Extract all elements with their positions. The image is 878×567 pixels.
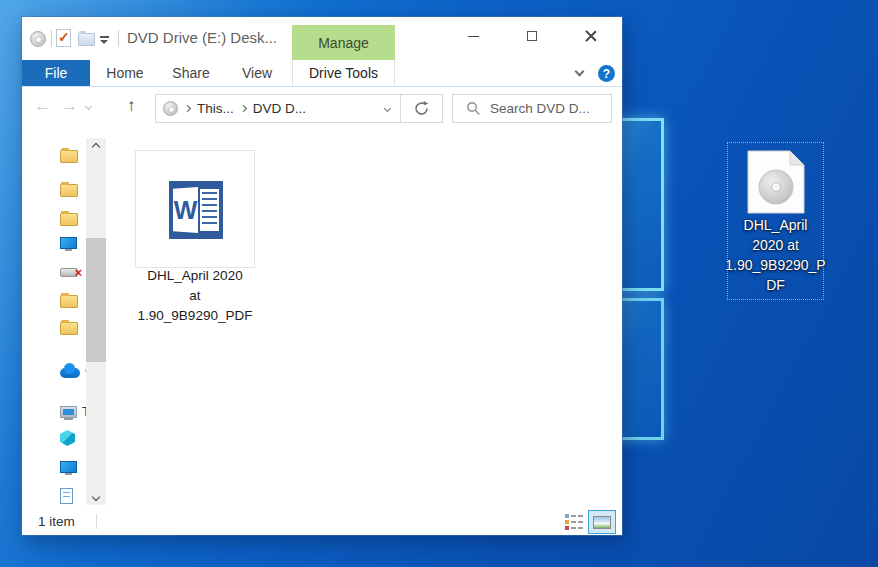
- sidebar-item[interactable]: [60, 237, 77, 249]
- qat-separator-2: [118, 30, 119, 47]
- tab-home[interactable]: Home: [94, 60, 156, 86]
- maximize-icon: [527, 31, 537, 41]
- contextual-tab-header: Manage: [292, 25, 395, 60]
- sidebar-item[interactable]: [60, 488, 73, 504]
- details-view-icon: [565, 514, 583, 530]
- desktop-file-icon[interactable]: DHL_April 2020 at 1.90_9B9290_P DF: [727, 142, 824, 300]
- maximize-button[interactable]: [509, 21, 555, 51]
- window-title: DVD Drive (E:) Desk...: [127, 29, 292, 46]
- close-icon: [585, 30, 597, 42]
- address-dropdown-chevron-icon[interactable]: [384, 105, 391, 112]
- word-letter: W: [174, 196, 198, 225]
- sidebar-item[interactable]: ×: [60, 268, 78, 277]
- recent-locations-chevron-icon[interactable]: [85, 103, 92, 110]
- details-view-button[interactable]: [562, 511, 586, 533]
- search-input[interactable]: [490, 101, 608, 116]
- tab-view[interactable]: View: [226, 60, 288, 86]
- folder-icon: [60, 184, 78, 197]
- breadcrumb-chevron-icon: [240, 105, 247, 112]
- tab-share[interactable]: Share: [158, 60, 224, 86]
- breadcrumb-this-pc[interactable]: This...: [197, 101, 234, 116]
- sidebar-item[interactable]: [60, 322, 78, 335]
- properties-check-icon[interactable]: ✓: [56, 29, 71, 47]
- tab-drive-tools[interactable]: Drive Tools: [292, 60, 395, 86]
- scroll-down-button[interactable]: [86, 488, 106, 505]
- sidebar-item[interactable]: [60, 461, 77, 473]
- disc-image-file-icon: [747, 150, 805, 214]
- this-pc-icon: [60, 406, 77, 418]
- item-count: 1 item: [38, 508, 75, 535]
- folder-icon: [60, 295, 78, 308]
- explorer-window: ✓ DVD Drive (E:) Desk... Manage File Hom…: [22, 17, 622, 535]
- folder-icon: [60, 322, 78, 335]
- folder-icon: [60, 150, 78, 163]
- ribbon-tabs-row: File Home Share View Drive Tools ?: [22, 60, 622, 87]
- close-button[interactable]: [568, 21, 614, 51]
- location-disc-icon: [163, 101, 178, 116]
- address-bar-row: ← → ↑ This... DVD D...: [22, 87, 622, 130]
- qat-separator: [51, 30, 52, 47]
- scroll-up-button[interactable]: [86, 138, 106, 155]
- disconnect-x-glyph: ×: [74, 266, 82, 279]
- app-disc-icon: [30, 31, 46, 47]
- check-glyph: ✓: [58, 29, 70, 45]
- sidebar-scrollbar[interactable]: [86, 138, 106, 505]
- disconnected-drive-icon: ×: [60, 268, 78, 277]
- minimize-icon: [468, 36, 479, 37]
- minimize-button[interactable]: [450, 21, 496, 51]
- forward-icon[interactable]: →: [61, 96, 78, 116]
- word-page-lines: [200, 189, 219, 231]
- file-item[interactable]: W: [135, 150, 255, 268]
- tab-file[interactable]: File: [22, 60, 90, 86]
- breadcrumb-dvd-drive[interactable]: DVD D...: [253, 101, 306, 116]
- sidebar-item[interactable]: [60, 295, 78, 308]
- new-folder-icon[interactable]: [78, 33, 95, 46]
- window-body: × C T W DHL_April 2020: [22, 130, 622, 508]
- breadcrumb-chevron-icon: [184, 105, 191, 112]
- sidebar-item[interactable]: [60, 184, 78, 197]
- sidebar-item[interactable]: [60, 150, 78, 163]
- search-box[interactable]: [452, 94, 612, 123]
- desktop: DHL_April 2020 at 1.90_9B9290_P DF ✓ DVD…: [0, 0, 878, 567]
- help-icon[interactable]: ?: [598, 65, 615, 82]
- collapse-ribbon-chevron-icon[interactable]: [575, 67, 585, 77]
- refresh-icon: [413, 100, 430, 117]
- sidebar-item[interactable]: [60, 213, 78, 226]
- 3d-objects-cube-icon: [60, 430, 75, 446]
- refresh-button[interactable]: [400, 94, 443, 123]
- folder-icon: [60, 213, 78, 226]
- onedrive-cloud-icon: [60, 368, 80, 378]
- breadcrumb[interactable]: This... DVD D...: [155, 94, 401, 123]
- chevron-down-icon: [92, 492, 100, 500]
- search-icon: [466, 101, 481, 116]
- chevron-up-icon: [92, 142, 100, 150]
- back-icon[interactable]: ←: [34, 96, 51, 116]
- scrollbar-thumb[interactable]: [86, 238, 106, 362]
- file-name-label: DHL_April 2020 at 1.90_9B9290_PDF: [115, 266, 275, 326]
- desktop-file-label: DHL_April 2020 at 1.90_9B9290_P DF: [720, 215, 831, 295]
- status-bar: 1 item: [22, 508, 622, 535]
- thumbnails-view-icon: [593, 516, 611, 529]
- status-separator: [96, 514, 97, 529]
- title-bar: ✓ DVD Drive (E:) Desk... Manage: [22, 17, 622, 60]
- documents-icon: [60, 488, 73, 504]
- word-document-icon: W: [169, 181, 223, 239]
- up-icon[interactable]: ↑: [127, 96, 136, 116]
- customize-caret-icon[interactable]: [100, 36, 109, 44]
- thumbnails-view-button[interactable]: [588, 510, 616, 534]
- sidebar-item[interactable]: [60, 430, 75, 446]
- desktop-monitor-icon: [60, 237, 77, 249]
- word-cover: W: [173, 187, 198, 233]
- desktop-monitor-icon: [60, 461, 77, 473]
